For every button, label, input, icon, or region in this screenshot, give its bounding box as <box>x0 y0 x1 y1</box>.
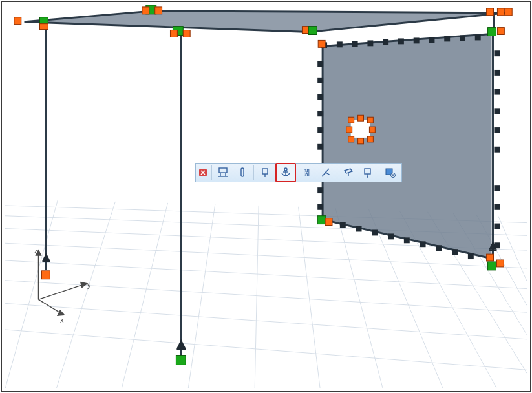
anchor-button[interactable] <box>275 163 296 182</box>
svg-rect-48 <box>475 34 481 40</box>
svg-rect-57 <box>452 249 458 255</box>
svg-rect-96 <box>302 27 309 34</box>
svg-rect-89 <box>39 24 48 30</box>
svg-rect-107 <box>488 262 496 270</box>
roof-surface <box>25 11 507 32</box>
svg-rect-45 <box>429 37 434 43</box>
toolbar-close-button[interactable] <box>198 168 207 177</box>
svg-rect-84 <box>358 138 364 144</box>
svg-line-13 <box>299 207 321 388</box>
svg-line-1 <box>5 303 527 339</box>
nodal-support-button[interactable] <box>214 164 232 181</box>
surface-release-icon <box>362 167 374 178</box>
svg-point-130 <box>325 172 327 174</box>
svg-rect-86 <box>346 127 352 133</box>
svg-rect-79 <box>348 117 354 123</box>
svg-marker-32 <box>42 253 50 260</box>
svg-rect-104 <box>317 216 326 224</box>
toolbar-separator <box>253 165 254 180</box>
svg-rect-81 <box>367 117 373 123</box>
scissor-hinge-icon <box>320 167 332 178</box>
svg-rect-67 <box>317 204 323 210</box>
svg-rect-75 <box>494 185 500 191</box>
svg-rect-72 <box>494 127 500 133</box>
svg-rect-103 <box>497 28 504 35</box>
svg-line-10 <box>122 203 167 388</box>
svg-rect-58 <box>468 253 474 259</box>
svg-rect-53 <box>388 233 394 239</box>
surface-release-button[interactable] <box>359 164 377 181</box>
svg-rect-73 <box>494 147 500 153</box>
svg-rect-66 <box>317 187 323 193</box>
svg-rect-60 <box>317 78 323 83</box>
svg-line-9 <box>56 202 115 388</box>
axis-x-label: x <box>60 316 64 324</box>
column-button[interactable] <box>233 164 251 181</box>
svg-rect-59 <box>317 61 323 67</box>
svg-line-12 <box>255 206 259 388</box>
display-settings-icon <box>385 167 396 178</box>
svg-rect-71 <box>494 108 500 114</box>
svg-rect-123 <box>262 169 268 174</box>
svg-point-134 <box>367 176 368 178</box>
svg-rect-70 <box>494 89 500 95</box>
svg-rect-64 <box>317 144 323 150</box>
line-hinge-icon <box>259 167 271 178</box>
svg-rect-35 <box>176 348 186 350</box>
anchor-icon <box>280 167 292 178</box>
surface-hinge-button[interactable] <box>339 164 357 181</box>
svg-rect-109 <box>41 271 50 279</box>
svg-rect-56 <box>436 245 442 251</box>
model-viewport[interactable] <box>2 2 530 391</box>
nodal-support-icon <box>217 167 229 178</box>
svg-rect-99 <box>488 28 496 36</box>
svg-rect-83 <box>367 136 373 142</box>
svg-rect-41 <box>367 40 373 46</box>
svg-marker-114 <box>81 282 87 288</box>
svg-rect-77 <box>494 224 500 229</box>
column-supports <box>42 241 496 350</box>
svg-rect-37 <box>489 249 497 251</box>
svg-rect-122 <box>241 168 244 176</box>
svg-rect-87 <box>14 17 21 25</box>
svg-line-0 <box>5 330 527 370</box>
svg-rect-91 <box>142 7 149 14</box>
beam-release-icon <box>301 167 312 178</box>
toolbar-separator <box>337 165 337 180</box>
line-hinge-button[interactable] <box>256 164 274 181</box>
beam-release-button[interactable] <box>297 164 315 181</box>
svg-rect-76 <box>494 204 500 210</box>
viewport-frame: z y x <box>1 1 531 392</box>
svg-rect-43 <box>398 38 404 44</box>
svg-rect-98 <box>318 40 325 47</box>
svg-rect-105 <box>325 218 332 226</box>
svg-rect-95 <box>183 30 190 37</box>
svg-rect-118 <box>219 168 227 173</box>
svg-rect-101 <box>497 8 504 16</box>
svg-line-115 <box>39 299 62 313</box>
svg-rect-110 <box>176 356 186 365</box>
surface-hinge-icon <box>343 167 354 178</box>
svg-line-20 <box>498 216 527 281</box>
svg-rect-132 <box>365 169 370 174</box>
svg-rect-40 <box>352 41 358 47</box>
svg-rect-51 <box>356 226 362 232</box>
svg-rect-106 <box>487 254 494 261</box>
svg-rect-68 <box>494 50 500 56</box>
svg-rect-46 <box>444 36 450 41</box>
axis-z-label: z <box>34 247 38 255</box>
scissor-hinge-button[interactable] <box>317 164 335 181</box>
toolbar-separator <box>379 165 379 180</box>
svg-rect-102 <box>505 8 512 16</box>
svg-rect-52 <box>372 229 378 235</box>
svg-point-125 <box>284 168 287 171</box>
display-settings-button[interactable] <box>381 164 399 181</box>
svg-rect-47 <box>460 35 465 41</box>
svg-rect-39 <box>337 41 343 47</box>
svg-rect-63 <box>317 127 323 133</box>
svg-rect-50 <box>340 222 346 228</box>
svg-rect-78 <box>494 242 500 248</box>
svg-marker-116 <box>58 310 64 315</box>
floating-toolbar[interactable] <box>195 163 402 182</box>
svg-rect-33 <box>42 260 50 262</box>
